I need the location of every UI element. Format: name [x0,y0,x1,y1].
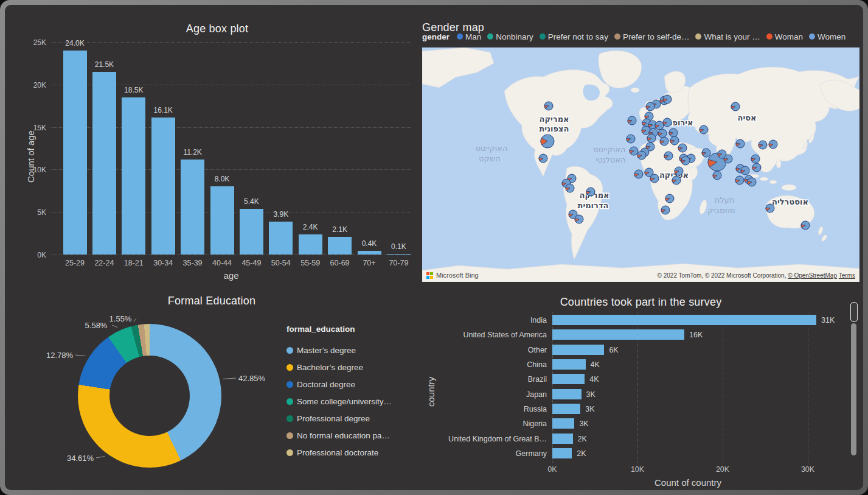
gender-pie-marker[interactable] [575,215,583,223]
age-bar[interactable] [269,222,293,255]
education-donut[interactable] [78,324,221,468]
age-bar[interactable] [181,160,204,255]
gender-legend-item[interactable]: Nonbinary [487,32,533,41]
education-legend-title: formal_education [286,325,417,334]
gender-pie-marker[interactable] [741,166,749,175]
gender-pie-marker[interactable] [664,152,673,160]
gender-pie-marker[interactable] [627,135,635,143]
education-legend-item[interactable]: Professional doctorate [286,444,417,461]
country-label: Nigeria [422,420,547,428]
gender-pie-marker[interactable] [675,167,683,175]
gender-pie-marker[interactable] [661,206,670,214]
country-bar[interactable] [552,389,582,399]
gender-pie-marker[interactable] [541,135,554,148]
education-legend-item[interactable]: Professional degree [286,410,417,427]
age-bar-value: 0.1K [379,242,418,251]
terms-link[interactable]: Terms [839,272,855,279]
gender-legend-item[interactable]: Prefer not to say [540,32,608,41]
gender-pie-marker[interactable] [702,149,710,157]
education-legend-item[interactable]: Doctoral degree [286,376,417,393]
education-legend-item[interactable]: No formal education pa… [286,427,417,444]
gender-pie-marker[interactable] [700,125,708,134]
country-bar-value: 16K [689,331,703,339]
age-chart-title: Age box plot [17,23,417,35]
country-bar[interactable] [552,315,816,325]
country-bar[interactable] [552,374,585,384]
gender-pie-marker[interactable] [660,137,668,146]
age-bar[interactable] [210,186,234,255]
countries-scrollbar-thumb[interactable] [850,302,858,322]
donut-percent-label: 42.85% [238,374,265,383]
age-bar[interactable] [122,97,145,255]
gender-pie-marker[interactable] [672,176,681,184]
gender-pie-marker[interactable] [752,163,761,172]
gender-pie-marker[interactable] [681,156,690,165]
gender-pie-marker[interactable] [539,154,547,163]
map-text-label: מוזמביק [707,206,735,215]
country-bar[interactable] [552,345,604,355]
education-legend-item[interactable]: Bachelor’s degree [286,359,417,376]
country-bar[interactable] [552,329,684,340]
gender-pie-marker[interactable] [544,102,553,110]
gender-pie-marker[interactable] [713,171,721,180]
gender-pie-marker[interactable] [637,151,646,160]
gender-pie-marker[interactable] [663,118,672,127]
gender-pie-marker[interactable] [735,176,744,184]
gender-pie-marker[interactable] [663,95,672,104]
gender-pie-marker[interactable] [759,141,767,149]
gender-pie-marker[interactable] [769,140,777,149]
gender-pie-marker[interactable] [731,102,740,111]
education-legend-item[interactable]: Some college/university… [286,393,417,410]
gender-pie-marker[interactable] [634,170,643,178]
world-map[interactable]: אמריקההצפוניתהאוקיינוסהשקטהאוקיינוסהאטלנ… [422,47,859,282]
gender-pie-marker[interactable] [655,121,664,130]
gender-pie-marker[interactable] [751,155,760,163]
age-bar[interactable] [240,209,263,255]
gender-pie-marker[interactable] [801,221,810,230]
country-bar[interactable] [552,448,572,458]
gender-pie-marker[interactable] [766,204,774,212]
map-text-label: הצפונית [539,124,569,133]
gender-pie-marker[interactable] [650,174,659,183]
gender-pie-marker[interactable] [678,144,687,152]
gender-legend-item[interactable]: Women [809,32,845,41]
gender-pie-marker[interactable] [724,155,732,163]
gender-pie-marker[interactable] [665,194,674,203]
education-legend-item[interactable]: Master’s degree [286,342,417,359]
gender-legend-item[interactable]: Woman [766,32,803,41]
age-bar[interactable] [328,237,352,255]
gender-pie-marker[interactable] [586,188,595,196]
age-bar[interactable] [151,118,175,255]
bing-map[interactable]: אמריקההצפוניתהאוקיינוסהשקטהאוקיינוסהאטלנ… [422,47,859,282]
gender-pie-marker[interactable] [670,136,679,145]
gender-pie-marker[interactable] [628,116,636,125]
gender-legend-item[interactable]: Man [457,32,481,41]
age-bar[interactable] [92,72,116,255]
donut-leader-line [134,318,136,322]
age-bar[interactable] [299,234,322,255]
country-bar[interactable] [552,359,586,370]
map-text-label: האטלנטי [595,155,626,164]
gender-pie-marker[interactable] [669,128,678,137]
age-gridline [51,255,411,255]
country-bar[interactable] [552,418,574,429]
gender-pie-marker[interactable] [736,139,745,148]
gender-pie-marker[interactable] [748,178,756,186]
country-bar[interactable] [552,434,573,444]
age-bar[interactable] [358,251,381,255]
bing-attribution: Microsoft Bing [426,272,479,279]
legend-dot-icon [286,398,293,405]
gender-pie-marker[interactable] [566,184,574,192]
gender-pie-marker[interactable] [646,102,654,111]
gender-legend-item[interactable]: What is your … [695,32,760,41]
openstreetmap-link[interactable]: © OpenStreetMap [788,272,837,279]
gender-pie-marker[interactable] [647,134,656,142]
gender-pie-marker[interactable] [630,147,638,155]
country-bar[interactable] [552,404,580,414]
bing-label: Microsoft Bing [436,272,479,279]
age-bar[interactable] [387,254,411,255]
gender-pie-marker[interactable] [658,129,667,138]
age-bar[interactable] [63,51,87,255]
countries-scrollbar-track[interactable] [851,323,856,455]
gender-legend-item[interactable]: Prefer to self-de… [614,32,690,41]
